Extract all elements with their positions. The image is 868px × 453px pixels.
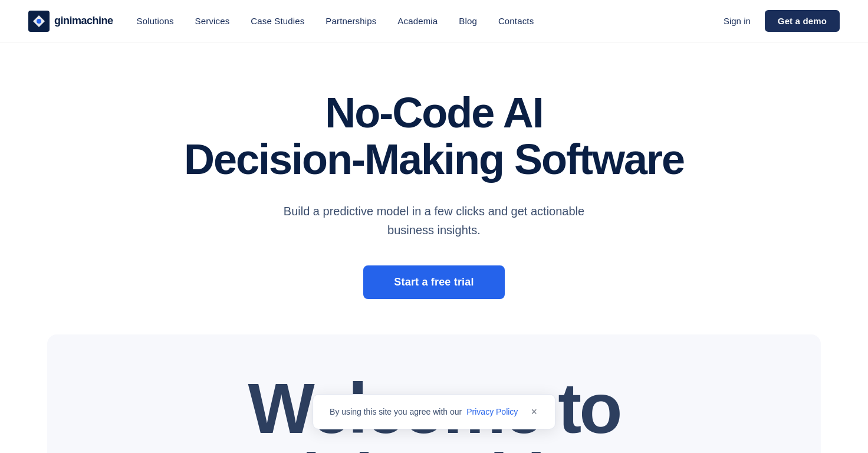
hero-title-line2: Decision-Making Software <box>184 136 684 183</box>
hero-section: No-Code AI Decision-Making Software Buil… <box>0 42 868 334</box>
logo-text: ginimachine <box>54 15 113 27</box>
nav-item-contacts[interactable]: Contacts <box>498 16 534 27</box>
nav-link-case-studies[interactable]: Case Studies <box>251 16 304 26</box>
nav-item-academia[interactable]: Academia <box>397 16 438 27</box>
navbar: ginimachine Solutions Services Case Stud… <box>0 0 868 42</box>
cookie-text: By using this site you agree with our <box>330 407 462 416</box>
nav-link-contacts[interactable]: Contacts <box>498 16 534 26</box>
nav-left: ginimachine Solutions Services Case Stud… <box>28 11 534 32</box>
hero-subtitle: Build a predictive model in a few clicks… <box>269 202 599 239</box>
hero-title: No-Code AI Decision-Making Software <box>184 90 684 183</box>
logo[interactable]: ginimachine <box>28 11 113 32</box>
nav-item-partnerships[interactable]: Partnerships <box>326 16 376 27</box>
nav-item-services[interactable]: Services <box>195 16 230 27</box>
nav-links: Solutions Services Case Studies Partners… <box>137 16 534 27</box>
logo-icon <box>28 11 50 32</box>
nav-link-solutions[interactable]: Solutions <box>137 16 174 26</box>
nav-item-case-studies[interactable]: Case Studies <box>251 16 304 27</box>
cookie-close-button[interactable]: × <box>530 405 538 418</box>
start-trial-button[interactable]: Start a free trial <box>363 265 504 299</box>
nav-right: Sign in Get a demo <box>724 10 840 32</box>
nav-link-partnerships[interactable]: Partnerships <box>326 16 376 26</box>
nav-link-services[interactable]: Services <box>195 16 230 26</box>
cookie-banner: By using this site you agree with our Pr… <box>313 394 555 429</box>
nav-link-academia[interactable]: Academia <box>397 16 438 26</box>
sign-in-link[interactable]: Sign in <box>724 16 751 26</box>
hero-title-line1: No-Code AI <box>184 90 684 136</box>
nav-item-solutions[interactable]: Solutions <box>137 16 174 27</box>
svg-point-1 <box>37 19 41 24</box>
get-demo-button[interactable]: Get a demo <box>765 10 840 32</box>
nav-item-blog[interactable]: Blog <box>459 16 477 27</box>
privacy-policy-link[interactable]: Privacy Policy <box>466 407 518 416</box>
welcome-line2: GiniMachine <box>248 444 620 453</box>
nav-link-blog[interactable]: Blog <box>459 16 477 26</box>
